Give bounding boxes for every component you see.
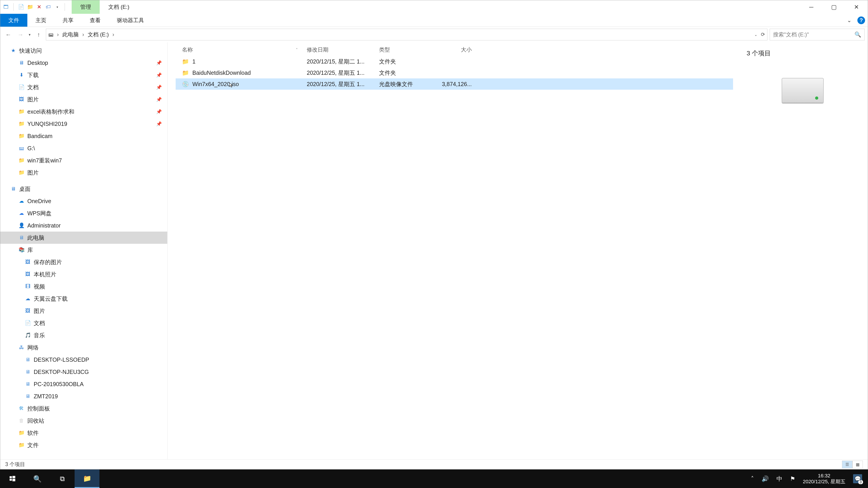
folder-icon: 📁	[18, 108, 25, 115]
file-list[interactable]: 名称˄ 修改日期 类型 大小 📁12020/12/15, 星期二 1...文件夹…	[167, 42, 738, 459]
tree-videos[interactable]: 🎞视频	[0, 281, 167, 293]
tree-wps[interactable]: ☁WPS网盘	[0, 207, 167, 219]
view-details-button[interactable]: ☰	[842, 461, 852, 468]
document-icon: 📄	[18, 84, 25, 90]
maximize-button[interactable]: ▢	[823, 0, 845, 14]
tree-camera-roll[interactable]: 🖼本机照片	[0, 268, 167, 281]
tree-network[interactable]: 🖧网络	[0, 341, 167, 354]
clock-date: 2020/12/25, 星期五	[803, 479, 845, 485]
breadcrumb-drive[interactable]: 文档 (E:)	[88, 31, 109, 38]
start-button[interactable]	[0, 469, 25, 488]
tree-documents[interactable]: 📄文档📌	[0, 81, 167, 93]
column-type[interactable]: 类型	[379, 46, 440, 53]
back-button[interactable]: ←	[3, 30, 13, 39]
tree-software[interactable]: 📁软件	[0, 427, 167, 439]
tree-downloads[interactable]: ⬇下载📌	[0, 69, 167, 81]
tree-win7[interactable]: 📁win7重装win7	[0, 154, 167, 166]
recent-locations-icon[interactable]: ▾	[29, 33, 31, 37]
tree-desktop-root[interactable]: 🖥桌面	[0, 183, 167, 195]
tree-pc3[interactable]: 🖥PC-20190530OBLA	[0, 378, 167, 390]
tree-documents2[interactable]: 📄文档	[0, 317, 167, 329]
new-folder-icon[interactable]: 📁	[27, 4, 33, 10]
tree-pc4[interactable]: 🖥ZMT2019	[0, 390, 167, 402]
tree-yunqishi[interactable]: 📁YUNQISHI2019📌	[0, 118, 167, 130]
breadcrumb-sep[interactable]: ›	[111, 31, 116, 38]
properties-icon[interactable]: 📄	[18, 4, 24, 10]
file-row[interactable]: 📁12020/12/15, 星期二 1...文件夹	[176, 56, 733, 67]
task-view-button[interactable]: ⧉	[50, 469, 74, 488]
close-button[interactable]: ✕	[845, 0, 868, 14]
delete-icon[interactable]: ✕	[36, 4, 42, 10]
tree-label: 控制面板	[27, 405, 50, 412]
network-icon: 🖧	[18, 344, 25, 351]
action-center-button[interactable]: 💬3	[853, 474, 862, 483]
pin-icon: 📌	[156, 60, 162, 66]
tree-g-drive[interactable]: 🖴G:\	[0, 142, 167, 154]
picture-icon: 🖼	[25, 271, 31, 278]
cloud-icon: ☁	[25, 295, 31, 302]
explorer-taskbar-button[interactable]: 📁	[74, 469, 99, 488]
breadcrumb-sep[interactable]: ›	[56, 31, 60, 38]
breadcrumb-thispc[interactable]: 此电脑	[62, 31, 79, 38]
tree-pictures3[interactable]: 🖼图片	[0, 305, 167, 317]
file-row[interactable]: 📁BaiduNetdiskDownload2020/12/25, 星期五 1..…	[176, 67, 733, 78]
breadcrumb-sep[interactable]: ›	[81, 31, 86, 38]
view-icons-button[interactable]: ▦	[852, 461, 863, 468]
taskbar-clock[interactable]: 16:32 2020/12/25, 星期五	[803, 473, 845, 485]
music-icon: 🎵	[25, 332, 31, 338]
tree-pictures[interactable]: 🖼图片📌	[0, 93, 167, 105]
tree-desktop[interactable]: 🖥Desktop📌	[0, 57, 167, 69]
up-button[interactable]: ↑	[34, 30, 43, 39]
rename-icon[interactable]: 🏷	[45, 4, 52, 10]
minimize-button[interactable]: ─	[800, 0, 823, 14]
address-dropdown-icon[interactable]: ⌄	[754, 33, 757, 37]
tree-libraries[interactable]: 📚库	[0, 244, 167, 256]
search-icon[interactable]: 🔍	[855, 31, 861, 38]
tree-excel[interactable]: 📁excel表格制作求和📌	[0, 105, 167, 118]
search-placeholder: 搜索"文档 (E:)"	[773, 31, 852, 38]
tree-saved-pictures[interactable]: 🖼保存的图片	[0, 256, 167, 268]
tree-label: 下载	[27, 71, 39, 79]
tree-admin[interactable]: 👤Administrator	[0, 219, 167, 232]
tree-onedrive[interactable]: ☁OneDrive	[0, 195, 167, 207]
control-panel-icon: 🛠	[18, 405, 25, 412]
tree-pc2[interactable]: 🖥DESKTOP-NJEU3CG	[0, 366, 167, 378]
help-icon[interactable]: ?	[857, 17, 865, 24]
tree-files[interactable]: 📁文件	[0, 439, 167, 451]
tab-drive-tools[interactable]: 驱动器工具	[109, 14, 152, 27]
iso-icon: 💿	[182, 81, 188, 88]
security-icon[interactable]: ⚑	[790, 475, 795, 482]
navigation-tree[interactable]: ★快速访问 🖥Desktop📌 ⬇下载📌 📄文档📌 🖼图片📌 📁excel表格制…	[0, 42, 167, 459]
tab-home[interactable]: 主页	[27, 14, 55, 27]
tree-music[interactable]: 🎵音乐	[0, 329, 167, 341]
tray-overflow-icon[interactable]: ˄	[751, 475, 754, 482]
tab-view[interactable]: 查看	[82, 14, 109, 27]
contextual-tab-manage[interactable]: 管理	[72, 0, 100, 14]
qat-dropdown-icon[interactable]: ▾	[54, 4, 61, 10]
search-button[interactable]: 🔍	[25, 469, 50, 488]
tab-file[interactable]: 文件	[0, 14, 27, 27]
forward-button[interactable]: →	[16, 30, 26, 39]
file-row[interactable]: 💿Win7x64_2020.iso2020/12/25, 星期五 1...光盘映…	[176, 78, 733, 90]
refresh-icon[interactable]: ⟳	[761, 32, 765, 37]
collapse-ribbon-icon[interactable]: ⌄	[847, 17, 851, 24]
tab-share[interactable]: 共享	[55, 14, 82, 27]
tree-control-panel[interactable]: 🛠控制面板	[0, 402, 167, 415]
column-headers: 名称˄ 修改日期 类型 大小	[176, 43, 733, 56]
column-date[interactable]: 修改日期	[307, 46, 379, 53]
column-size[interactable]: 大小	[440, 46, 476, 53]
tree-pictures2[interactable]: 📁图片	[0, 166, 167, 179]
tree-tianyi[interactable]: ☁天翼云盘下载	[0, 293, 167, 305]
search-box[interactable]: 搜索"文档 (E:)" 🔍	[770, 29, 865, 40]
address-bar[interactable]: 🖴 › 此电脑 › 文档 (E:) › ⌄ ⟳	[46, 29, 767, 40]
tree-pc1[interactable]: 🖥DESKTOP-LSSOEDP	[0, 354, 167, 366]
ime-indicator[interactable]: 中	[776, 475, 782, 483]
tree-bandicam[interactable]: 📁Bandicam	[0, 130, 167, 142]
tree-quick-access[interactable]: ★快速访问	[0, 44, 167, 57]
column-name[interactable]: 名称˄	[176, 46, 307, 53]
volume-icon[interactable]: 🔊	[762, 475, 769, 482]
title-tabs: 管理 文档 (E:)	[72, 0, 138, 14]
tree-thispc[interactable]: 🖥此电脑	[0, 232, 167, 244]
tree-label: 软件	[27, 429, 39, 437]
tree-recycle[interactable]: 🗑回收站	[0, 415, 167, 427]
